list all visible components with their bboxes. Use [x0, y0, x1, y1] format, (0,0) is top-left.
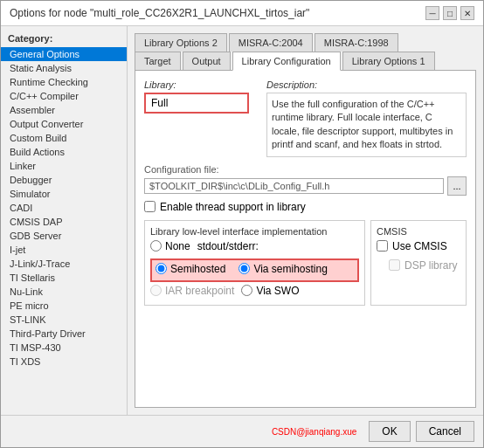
library-label: Library: [144, 79, 258, 90]
iar-breakpoint-radio[interactable] [150, 285, 162, 296]
tabs-row-2: Target Output Library Configuration Libr… [135, 52, 476, 71]
sidebar-item-general-options[interactable]: General Options [1, 47, 127, 61]
use-cmsis-label[interactable]: Use CMSIS [392, 240, 447, 252]
semihosted-radio-row: Semihosted [156, 263, 225, 275]
enable-thread-label[interactable]: Enable thread support in library [160, 201, 306, 213]
via-swo-label[interactable]: Via SWO [256, 285, 299, 297]
iar-breakpoint-radio-row: IAR breakpoint [150, 285, 234, 297]
dialog: Options for node "multi_role_CC26X2R1_LA… [0, 0, 484, 448]
sidebar-item-gdb-server[interactable]: GDB Server [1, 229, 127, 243]
sidebar-item-ti-msp-430[interactable]: TI MSP-430 [1, 341, 127, 355]
cmsis-label: CMSIS [377, 226, 460, 237]
bottom-section: Library low-level interface implementati… [144, 220, 467, 306]
dialog-body: Category: General Options Static Analysi… [1, 26, 483, 415]
sidebar-item-simulator[interactable]: Simulator [1, 187, 127, 201]
config-file-input[interactable] [144, 178, 444, 194]
iar-breakpoint-label: IAR breakpoint [165, 285, 234, 297]
config-file-label: Configuration file: [144, 164, 467, 175]
sidebar-item-nu-link[interactable]: Nu-Link [1, 285, 127, 299]
sidebar-item-pe-micro[interactable]: PE micro [1, 299, 127, 313]
dsp-library-label: DSP library [404, 259, 457, 272]
highlighted-semihosted-row: Semihosted Via semihosting [150, 258, 359, 282]
sidebar-item-cmsis-dap[interactable]: CMSIS DAP [1, 215, 127, 229]
sidebar-item-static-analysis[interactable]: Static Analysis [1, 61, 127, 75]
library-select[interactable]: None Normal Full Full (DLIB) Custom [144, 93, 249, 114]
dsp-library-row: DSP library [377, 259, 460, 272]
sidebar-item-j-link-j-trace[interactable]: J-Link/J-Trace [1, 257, 127, 271]
stdout-stderr-label: stdout/stderr: [197, 240, 259, 252]
config-file-row: Configuration file: ... [144, 164, 467, 196]
via-semihosting-radio[interactable] [239, 263, 250, 274]
sidebar-item-build-actions[interactable]: Build Actions [1, 145, 127, 159]
none-label[interactable]: None [165, 240, 190, 252]
sidebar-item-i-jet[interactable]: I-jet [1, 243, 127, 257]
maximize-button[interactable]: □ [443, 6, 457, 20]
iar-via-swo-row: IAR breakpoint Via SWO [150, 285, 359, 300]
ok-button[interactable]: OK [369, 421, 410, 442]
sidebar: Category: General Options Static Analysi… [1, 26, 128, 415]
dsp-library-checkbox[interactable] [389, 259, 400, 271]
sidebar-item-third-party-driver[interactable]: Third-Party Driver [1, 327, 127, 341]
cancel-button[interactable]: Cancel [416, 421, 474, 442]
sidebar-item-debugger[interactable]: Debugger [1, 173, 127, 187]
sidebar-item-ti-stellaris[interactable]: TI Stellaris [1, 271, 127, 285]
sidebar-label: Category: [1, 30, 127, 47]
via-swo-radio[interactable] [241, 285, 252, 296]
lib-low-level-label: Library low-level interface implementati… [150, 226, 359, 237]
title-bar: Options for node "multi_role_CC26X2R1_LA… [1, 1, 483, 26]
top-section-row: Library: None Normal Full Full (DLIB) Cu… [144, 79, 467, 157]
sidebar-item-cadi[interactable]: CADI [1, 201, 127, 215]
library-select-wrapper: None Normal Full Full (DLIB) Custom [144, 93, 258, 114]
sidebar-item-c-cpp-compiler[interactable]: C/C++ Compiler [1, 89, 127, 103]
close-button[interactable]: ✕ [460, 6, 474, 20]
enable-thread-checkbox[interactable] [144, 201, 156, 212]
tab-output[interactable]: Output [183, 52, 231, 71]
tab-misra-c-2004[interactable]: MISRA-C:2004 [229, 33, 313, 52]
sidebar-item-output-converter[interactable]: Output Converter [1, 117, 127, 131]
dialog-title: Options for node "multi_role_CC26X2R1_LA… [10, 7, 309, 19]
use-cmsis-checkbox[interactable] [377, 240, 388, 252]
none-radio-row: None [150, 240, 190, 252]
sidebar-item-runtime-checking[interactable]: Runtime Checking [1, 75, 127, 89]
none-radio[interactable] [150, 240, 162, 252]
tab-library-configuration[interactable]: Library Configuration [232, 52, 341, 71]
tab-library-options-2[interactable]: Library Options 2 [135, 33, 227, 52]
lib-low-level-section: Library low-level interface implementati… [144, 220, 365, 306]
sidebar-item-assembler[interactable]: Assembler [1, 103, 127, 117]
tabs-row-1: Library Options 2 MISRA-C:2004 MISRA-C:1… [135, 33, 476, 52]
description-section: Description: Use the full configuration … [266, 79, 467, 157]
description-box: Use the full configuration of the C/C++ … [266, 93, 467, 157]
title-bar-buttons: ─ □ ✕ [425, 6, 474, 20]
sidebar-item-ti-xds[interactable]: TI XDS [1, 355, 127, 369]
enable-thread-row: Enable thread support in library [144, 201, 467, 213]
none-stdout-row: None stdout/stderr: [150, 240, 359, 255]
use-cmsis-row: Use CMSIS [377, 240, 460, 252]
config-input-row: ... [144, 176, 467, 196]
via-semihosting-radio-row: Via semihosting [239, 263, 328, 275]
sidebar-item-st-link[interactable]: ST-LINK [1, 313, 127, 327]
sidebar-item-custom-build[interactable]: Custom Build [1, 131, 127, 145]
via-semihosting-label[interactable]: Via semihosting [253, 263, 328, 275]
tab-misra-c-1998[interactable]: MISRA-C:1998 [315, 33, 398, 52]
config-file-browse-button[interactable]: ... [447, 176, 467, 196]
sidebar-item-linker[interactable]: Linker [1, 159, 127, 173]
tab-library-options-1[interactable]: Library Options 1 [342, 52, 435, 71]
library-section: Library: None Normal Full Full (DLIB) Cu… [144, 79, 258, 157]
tab-target[interactable]: Target [135, 52, 181, 71]
cmsis-section: CMSIS Use CMSIS DSP library [370, 220, 467, 306]
dialog-footer: CSDN@jianqiang.xue OK Cancel [1, 415, 483, 447]
via-swo-radio-row: Via SWO [241, 285, 299, 297]
description-label: Description: [266, 79, 467, 90]
stdout-stderr-row: stdout/stderr: [197, 240, 259, 252]
semihosted-label[interactable]: Semihosted [170, 263, 225, 275]
minimize-button[interactable]: ─ [425, 6, 439, 20]
main-panel: Library Options 2 MISRA-C:2004 MISRA-C:1… [128, 26, 483, 415]
tab-content: Library: None Normal Full Full (DLIB) Cu… [135, 70, 476, 408]
watermark-text: CSDN@jianqiang.xue [272, 427, 356, 437]
semihosted-radio[interactable] [156, 263, 167, 274]
